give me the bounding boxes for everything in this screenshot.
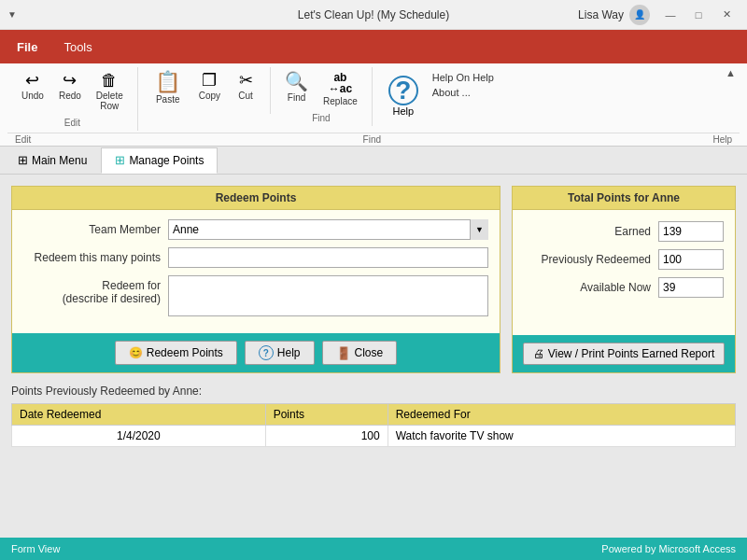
ribbon-groups: ↩ Undo ↪ Redo 🗑 DeleteRow Edit 📋 Paste [7, 67, 740, 131]
earned-value [658, 221, 724, 242]
title-bar-left: ▼ [7, 9, 17, 20]
points-grid: Earned Previously Redeemed Available Now [513, 210, 735, 335]
about-item[interactable]: About ... [430, 86, 496, 99]
table-row: 1/4/2020 100 Watch favorite TV show [12, 426, 736, 447]
points-table-section: Points Previously Redeemed by Anne: Date… [11, 385, 736, 447]
file-menu[interactable]: File [4, 35, 50, 60]
help-label: Help [392, 105, 414, 117]
cell-redeemed-for: Watch favorite TV show [388, 426, 735, 447]
avatar: 👤 [629, 5, 650, 25]
team-member-label: Team Member [23, 223, 168, 236]
table-body: 1/4/2020 100 Watch favorite TV show [12, 426, 736, 447]
redeem-for-input[interactable] [168, 275, 488, 316]
title-bar-user: Lisa Way 👤 [578, 5, 650, 25]
minimize-button[interactable]: — [657, 5, 684, 25]
undo-button[interactable]: ↩ Undo [15, 67, 50, 105]
cell-date: 1/4/2020 [12, 426, 266, 447]
ribbon: ↩ Undo ↪ Redo 🗑 DeleteRow Edit 📋 Paste [0, 63, 747, 147]
find-button[interactable]: 🔍 Find [278, 67, 315, 107]
replace-button[interactable]: ab↔ac Replace [317, 67, 364, 111]
redo-label: Redo [59, 91, 81, 101]
redeem-for-row: Redeem for(describe if desired) [23, 275, 488, 316]
ribbon-group-edit: ↩ Undo ↪ Redo 🗑 DeleteRow Edit [7, 67, 138, 131]
maximize-button[interactable]: □ [685, 5, 712, 25]
ribbon-help-section: ? Help Help On Help About ... [373, 67, 740, 125]
points-table: Date Redeemed Points Redeemed For 1/4/20… [11, 403, 736, 447]
redeem-points-row: Redeem this many points [23, 247, 488, 268]
find-icon: 🔍 [285, 72, 308, 91]
earned-row: Earned [524, 221, 724, 242]
replace-icon: ab↔ac [329, 72, 352, 94]
copy-icon: ❐ [202, 72, 217, 89]
main-content: Redeem Points Team Member Anne Bob Carol… [0, 175, 747, 553]
redeem-points-input[interactable] [168, 247, 488, 268]
redeem-points-label: Redeem this many points [23, 251, 168, 264]
status-left: Form View [11, 543, 60, 554]
view-print-report-button[interactable]: 🖨 View / Print Points Earned Report [523, 343, 726, 365]
help-circle-icon: ? [259, 345, 274, 360]
report-btn-label: View / Print Points Earned Report [548, 347, 715, 360]
table-header-row: Date Redeemed Points Redeemed For [12, 404, 736, 426]
delete-row-button[interactable]: 🗑 DeleteRow [90, 67, 130, 116]
team-member-select-wrapper: Anne Bob Carol ▼ [168, 219, 488, 240]
close-action-icon: 🚪 [336, 346, 351, 360]
redo-icon: ↪ [63, 72, 77, 89]
ribbon-group-clipboard: 📋 Paste ❐ Copy ✂ Cut [138, 67, 271, 114]
find-footer-label: Find [356, 133, 388, 146]
previously-redeemed-row: Previously Redeemed [524, 249, 724, 270]
total-panel-actions: 🖨 View / Print Points Earned Report [513, 335, 735, 372]
status-bar: Form View Powered by Microsoft Access [0, 538, 747, 560]
previously-redeemed-value [658, 249, 724, 270]
paste-icon: 📋 [155, 72, 180, 92]
cut-icon: ✂ [239, 72, 253, 89]
delete-row-label: DeleteRow [96, 91, 123, 111]
redeem-panel-body: Team Member Anne Bob Carol ▼ Redeem this… [12, 210, 500, 333]
find-group-label: Find [312, 113, 330, 126]
col-points: Points [265, 404, 388, 426]
total-points-header: Total Points for Anne [513, 187, 735, 210]
paste-label: Paste [156, 94, 180, 105]
help-button[interactable]: ? Help [380, 71, 427, 121]
team-member-select[interactable]: Anne Bob Carol [168, 219, 488, 240]
tab-main-menu[interactable]: ⊞ Main Menu [4, 147, 101, 174]
team-member-row: Team Member Anne Bob Carol ▼ [23, 219, 488, 240]
redeem-panel-actions: 😊 Redeem Points ? Help 🚪 Close [12, 333, 500, 372]
table-section-title: Points Previously Redeemed by Anne: [11, 385, 736, 398]
ribbon-collapse-button[interactable]: ▲ [720, 65, 741, 80]
table-header: Date Redeemed Points Redeemed For [12, 404, 736, 426]
paste-button[interactable]: 📋 Paste [146, 67, 190, 109]
main-menu-tab-icon: ⊞ [18, 153, 28, 167]
title-bar: ▼ Let's Clean Up! (My Schedule) Lisa Way… [0, 0, 747, 30]
help-action-button[interactable]: ? Help [245, 341, 315, 365]
tab-manage-points[interactable]: ⊞ Manage Points [101, 147, 218, 174]
delete-row-icon: 🗑 [101, 72, 118, 89]
undo-label: Undo [21, 91, 44, 101]
cut-button[interactable]: ✂ Cut [229, 67, 262, 105]
help-on-help-item[interactable]: Help On Help [430, 71, 496, 84]
help-icon: ? [388, 76, 418, 105]
replace-label: Replace [323, 96, 358, 106]
help-btn-label: Help [277, 346, 301, 359]
earned-label: Earned [614, 225, 651, 238]
manage-points-tab-icon: ⊞ [115, 153, 125, 167]
col-date-redeemed: Date Redeemed [12, 404, 266, 426]
close-action-button[interactable]: 🚪 Close [322, 341, 398, 365]
nav-tabs: ⊞ Main Menu ⊞ Manage Points [0, 147, 747, 175]
menu-bar: File Tools [0, 30, 747, 63]
main-menu-tab-label: Main Menu [32, 154, 87, 167]
cell-points: 100 [265, 426, 388, 447]
manage-points-tab-label: Manage Points [129, 154, 204, 167]
redeem-points-button[interactable]: 😊 Redeem Points [115, 341, 237, 365]
copy-label: Copy [199, 91, 220, 101]
redeem-for-label: Redeem for(describe if desired) [23, 275, 168, 305]
available-now-value [658, 277, 724, 298]
edit-buttons: ↩ Undo ↪ Redo 🗑 DeleteRow [15, 67, 130, 116]
tools-menu[interactable]: Tools [50, 35, 105, 60]
total-points-panel: Total Points for Anne Earned Previously … [512, 186, 736, 373]
cut-label: Cut [238, 91, 253, 101]
redo-button[interactable]: ↪ Redo [52, 67, 88, 105]
help-sub-items: Help On Help About ... [430, 71, 496, 99]
close-button[interactable]: ✕ [713, 5, 740, 25]
redeem-panel-header: Redeem Points [12, 187, 500, 210]
copy-button[interactable]: ❐ Copy [192, 67, 227, 105]
